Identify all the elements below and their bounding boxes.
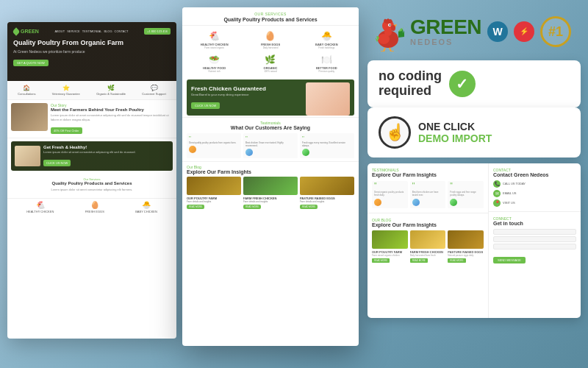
blog-read-more-btn[interactable]: READ MORE <box>300 205 318 209</box>
one-click-text: ONE CLICK DEMO IMPORT <box>418 121 492 144</box>
rm-test-item: " Great organic poultry products fresh d… <box>372 181 408 208</box>
rm-contact-list: 📞 CALL US TODAY ✉ EMAIL US 📍 VISIT US <box>493 180 576 207</box>
contact-label: CALL US TODAY <box>503 182 526 185</box>
avatar <box>189 146 196 153</box>
story-image <box>11 103 48 131</box>
avatar <box>412 199 420 206</box>
wordpress-icon: W <box>492 26 502 38</box>
product-desc: Nutrient rich <box>188 70 240 73</box>
no-coding-line1: no coding <box>379 69 442 84</box>
testimonial-text: Great organic poultry products fresh dai… <box>374 191 406 197</box>
blog-item: PASTURE RAISED EGGS Farm details and ins… <box>300 177 354 209</box>
services-tag: Our Services <box>188 12 353 16</box>
read-more-btn[interactable]: READ MORE <box>372 258 390 263</box>
phone-icon: 📞 <box>493 180 501 188</box>
submit-btn[interactable]: SEND MESSAGE <box>493 257 526 263</box>
one-click-card: ☝️ ONE CLICK DEMO IMPORT <box>368 107 581 158</box>
feature-icon: 🌿 <box>96 85 126 91</box>
product-name: HEALTHY CHICKEN <box>26 210 54 213</box>
products-section: Our Services Quality Poultry Products an… <box>7 174 176 199</box>
product-icon: 🍽️ <box>301 54 353 65</box>
blog-image <box>243 177 298 195</box>
nav-link: TESTIMONIAL <box>82 29 102 33</box>
blog-image <box>410 230 446 249</box>
blog-title: Explore Our Farm Insights <box>187 169 354 174</box>
read-more-btn[interactable]: READ MORE <box>410 258 428 263</box>
rm-blog-card: PASTURE RAISED EGGS Natural pasture eggs… <box>448 230 484 263</box>
no-coding-line2: required <box>379 84 442 99</box>
promo-text: Get Fresh & Healthy! Lorem ipsum dolor s… <box>43 145 136 167</box>
nav-bar: GREEN ABOUT SERVICE TESTIMONIAL BLOG CON… <box>13 28 171 35</box>
nav-link: SERVICE <box>67 29 80 33</box>
product-name: FRESH EGGS <box>85 210 104 213</box>
blog-item: OUR POULTRY FARM Farm details and insigh… <box>187 177 241 209</box>
products-title: Quality Poultry Products and Services <box>11 181 173 185</box>
form-field[interactable] <box>493 244 576 250</box>
story-section: Our Story Meet the Farmers Behind Your F… <box>7 100 176 138</box>
brand-name: GREEN NEDEOS <box>410 17 481 46</box>
blog-image <box>372 230 408 249</box>
products-grid: 🐔 HEALTHY CHICKEN 🥚 FRESH EGGS 🐣 BABY CH… <box>7 199 176 216</box>
right-column: GREEN NEDEOS W ⚡ #1 no coding required ✓ <box>368 11 581 318</box>
center-product: 🐔 HEALTHY CHICKEN Farm raised organic <box>187 29 242 52</box>
svg-point-4 <box>384 19 392 24</box>
blog-image <box>448 230 484 249</box>
hero-section: GREEN ABOUT SERVICE TESTIMONIAL BLOG CON… <box>7 22 176 81</box>
rm-contact: Contact Contact Green Nedeos 📞 CALL US T… <box>489 163 581 211</box>
product-icon: 🥗 <box>188 54 240 65</box>
hero-cta-btn[interactable]: GET A QUOTE NOW <box>13 60 49 66</box>
story-desc: Lorem ipsum dolor sit amet consectetur a… <box>51 113 173 121</box>
blog-grid: OUR POULTRY FARM Farm details and insigh… <box>187 177 354 209</box>
left-mockup: GREEN ABOUT SERVICE TESTIMONIAL BLOG CON… <box>7 15 169 339</box>
rooster-icon <box>368 11 404 52</box>
feature-item: 🌿 Organic & Sustainable <box>96 85 126 96</box>
quote-mark: " <box>302 135 352 141</box>
testimonial-item: " Great quality poultry products from or… <box>187 133 241 158</box>
demo-import-line2: DEMO IMPORT <box>418 132 492 144</box>
product-item: 🐣 BABY CHICKEN <box>135 201 157 213</box>
avatar <box>245 149 253 156</box>
testimonial-item: " Best chicken I have ever tasted. Highl… <box>243 133 298 158</box>
blog-item: FARM FRESH CHICKEN Farm details and insi… <box>243 177 298 209</box>
promo-cta-btn[interactable]: CLICK US NOW <box>43 160 71 166</box>
testimonial-text: Best chicken I have ever tasted. Highly … <box>245 141 295 147</box>
product-desc: Daily harvested <box>244 46 296 49</box>
check-icon: ✓ <box>449 71 476 97</box>
blog-read-more-btn[interactable]: READ MORE <box>187 205 204 209</box>
product-icon: 🐣 <box>301 31 353 41</box>
avatar <box>302 149 309 156</box>
brand-name-top: GREEN <box>410 17 481 38</box>
blog-item-desc: Farm details and insights <box>300 200 354 203</box>
product-icon: 🥚 <box>244 31 296 41</box>
banner-btn[interactable]: CLICK US NOW <box>191 102 220 109</box>
product-icon: 🥚 <box>85 201 104 209</box>
nav-cta-btn[interactable]: +1 800 123 456 <box>144 28 171 35</box>
page-wrapper: GREEN ABOUT SERVICE TESTIMONIAL BLOG CON… <box>0 0 588 368</box>
form-field[interactable] <box>493 229 576 235</box>
testimonial-text: Fresh eggs every morning. Excellent serv… <box>302 141 352 147</box>
blog-item-desc: Farm details and insights <box>187 200 241 203</box>
svg-line-9 <box>390 48 391 52</box>
story-cta-btn[interactable]: 40% Off First Order <box>51 127 82 134</box>
avatar <box>374 199 381 206</box>
leaf-icon <box>12 27 20 35</box>
rm-blog-card: FARM FRESH CHICKEN Daily harvested farm … <box>410 230 446 263</box>
testimonials-header: Testimonials What Our Customers Are Sayi… <box>187 121 354 130</box>
product-icon: 🐣 <box>135 201 157 209</box>
contact-row: 📞 CALL US TODAY <box>493 180 576 188</box>
rm-test-item: " Fresh eggs and free range poultry alwa… <box>448 181 484 208</box>
no-coding-text: no coding required <box>379 69 442 99</box>
rm-touch-title: Get in touch <box>493 221 576 226</box>
rm-contact-title: Contact Green Nedeos <box>493 172 576 177</box>
product-icon: 🌿 <box>244 54 296 65</box>
blog-image <box>187 177 241 195</box>
blog-read-more-btn[interactable]: READ MORE <box>243 205 261 209</box>
right-website-preview: Testimonials Explore Our Farm Insights "… <box>368 163 581 318</box>
brand-row: GREEN NEDEOS W ⚡ #1 <box>368 11 581 52</box>
blog-section: Our Blog Explore Our Farm Insights OUR P… <box>182 161 359 212</box>
testimonial-text: Fresh eggs and free range poultry always… <box>450 191 481 197</box>
read-more-btn[interactable]: READ MORE <box>448 258 465 263</box>
right-mockup-panel: Testimonials Explore Our Farm Insights "… <box>368 163 581 318</box>
form-field[interactable] <box>493 236 576 242</box>
avatar <box>450 199 457 206</box>
